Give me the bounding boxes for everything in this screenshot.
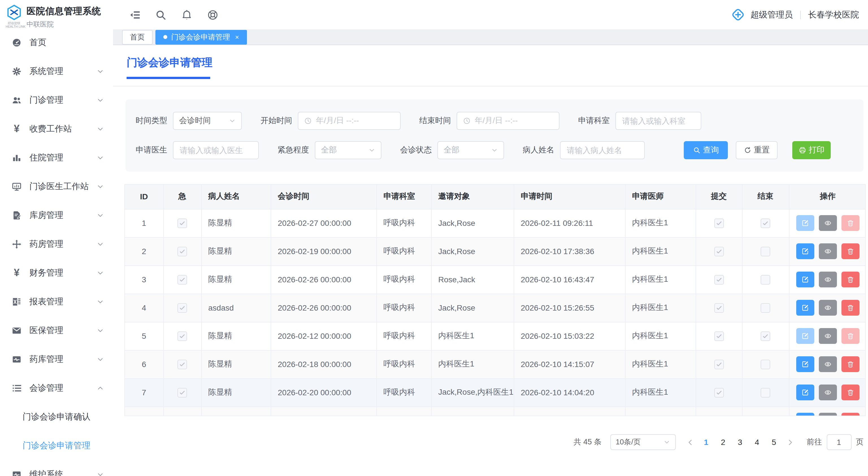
- sidebar-item-consult-confirm[interactable]: 门诊会诊申请确认: [0, 403, 113, 431]
- delete-button[interactable]: [841, 272, 860, 287]
- print-button[interactable]: 打印: [792, 141, 831, 159]
- edit-button[interactable]: [796, 300, 814, 316]
- urgent-checkbox[interactable]: [178, 388, 187, 398]
- next-page-button[interactable]: [786, 438, 794, 446]
- urgent-checkbox[interactable]: [178, 247, 187, 257]
- delete-button[interactable]: [841, 215, 860, 231]
- tab-home[interactable]: 首页: [122, 30, 153, 44]
- finished-checkbox[interactable]: [761, 247, 770, 257]
- cell-submitted: [695, 350, 742, 378]
- sidebar-item-home[interactable]: 首页: [0, 28, 113, 57]
- sidebar-item-consultation[interactable]: 会诊管理: [0, 374, 113, 403]
- finished-checkbox[interactable]: [761, 388, 770, 398]
- view-button[interactable]: [819, 243, 837, 259]
- cell-finished: [742, 265, 789, 294]
- delete-button[interactable]: [841, 356, 860, 372]
- sidebar-item-outpatient-doctor-station[interactable]: 门诊医生工作站: [0, 172, 113, 201]
- search-button-label: 查询: [703, 145, 719, 155]
- submitted-checkbox[interactable]: [714, 388, 724, 398]
- edit-button[interactable]: [796, 384, 814, 400]
- sidebar-item-finance[interactable]: ¥财务管理: [0, 259, 113, 287]
- submitted-checkbox[interactable]: [714, 247, 724, 257]
- end-time-date-input[interactable]: 年/月/日 --:--: [457, 112, 559, 130]
- submitted-checkbox[interactable]: [714, 360, 724, 369]
- sidebar-item-storeroom[interactable]: 库房管理: [0, 201, 113, 230]
- page-number-1[interactable]: 1: [698, 438, 715, 447]
- view-button[interactable]: [819, 384, 837, 400]
- page-number-4[interactable]: 4: [748, 438, 766, 447]
- chevron-down-icon: [97, 154, 104, 162]
- urgency-select[interactable]: 全部: [315, 141, 381, 159]
- delete-button[interactable]: [841, 413, 860, 416]
- tab-close-icon[interactable]: ×: [235, 33, 239, 41]
- edit-button[interactable]: [796, 328, 814, 344]
- edit-button[interactable]: [796, 356, 814, 372]
- finished-checkbox[interactable]: [761, 360, 770, 369]
- finished-checkbox[interactable]: [761, 275, 770, 284]
- apply-doctor-input[interactable]: [173, 141, 259, 159]
- edit-button[interactable]: [796, 272, 814, 287]
- edit-button[interactable]: [796, 215, 814, 231]
- delete-button[interactable]: [841, 243, 860, 259]
- cell-consult_time: [271, 407, 376, 416]
- sidebar-item-reports[interactable]: 报表管理: [0, 287, 113, 316]
- sidebar-item-inpatient[interactable]: 住院管理: [0, 143, 113, 172]
- delete-button[interactable]: [841, 328, 860, 344]
- urgent-checkbox[interactable]: [178, 218, 187, 228]
- delete-button[interactable]: [841, 300, 860, 316]
- view-button[interactable]: [819, 413, 837, 416]
- view-button[interactable]: [819, 272, 837, 287]
- cell-submitted: [695, 378, 742, 407]
- page-number-2[interactable]: 2: [715, 438, 732, 447]
- consult-status-select[interactable]: 全部: [437, 141, 504, 159]
- select-value: 会诊时间: [179, 116, 211, 126]
- reset-button[interactable]: 重置: [736, 141, 778, 159]
- cell-consult_time: 2026-02-26 00:00:00: [271, 294, 376, 322]
- edit-button[interactable]: [796, 243, 814, 259]
- patient-name-input[interactable]: [560, 141, 645, 159]
- goto-page-input[interactable]: [827, 434, 851, 450]
- submitted-checkbox[interactable]: [714, 332, 724, 341]
- page-number-5[interactable]: 5: [766, 438, 782, 447]
- reset-button-label: 重置: [754, 145, 770, 155]
- page-size-select[interactable]: 10条/页: [610, 434, 676, 450]
- submitted-checkbox[interactable]: [714, 218, 724, 228]
- finished-checkbox[interactable]: [761, 332, 770, 341]
- sidebar-item-drug-storage[interactable]: 药库管理: [0, 345, 113, 374]
- urgent-checkbox[interactable]: [178, 332, 187, 341]
- urgent-checkbox[interactable]: [178, 303, 187, 313]
- edit-button[interactable]: [796, 413, 814, 416]
- sidebar-item-pharmacy[interactable]: 药房管理: [0, 230, 113, 259]
- finished-checkbox[interactable]: [761, 303, 770, 313]
- view-button[interactable]: [819, 328, 837, 344]
- submitted-checkbox[interactable]: [714, 303, 724, 313]
- page-number-3[interactable]: 3: [732, 438, 748, 447]
- sidebar-item-consult-manage[interactable]: 门诊会诊申请管理: [0, 431, 113, 460]
- apply-dept-input[interactable]: [615, 112, 701, 130]
- sidebar-item-maintenance[interactable]: 维护系统: [0, 460, 113, 476]
- bell-icon[interactable]: [181, 9, 193, 21]
- submitted-checkbox[interactable]: [714, 275, 724, 284]
- help-ring-icon[interactable]: [207, 9, 219, 21]
- time-type-select[interactable]: 会诊时间: [173, 112, 242, 130]
- cell-consult_time: 2026-02-27 00:00:00: [271, 209, 376, 237]
- delete-button[interactable]: [841, 384, 860, 400]
- view-button[interactable]: [819, 356, 837, 372]
- sidebar-item-system[interactable]: 系统管理: [0, 57, 113, 86]
- view-button[interactable]: [819, 215, 837, 231]
- tab-consult-manage[interactable]: 门诊会诊申请管理×: [155, 30, 247, 44]
- urgent-checkbox[interactable]: [178, 360, 187, 369]
- column-header-patient: 病人姓名: [201, 184, 271, 209]
- sidebar-item-medical-insurance[interactable]: 医保管理: [0, 316, 113, 345]
- urgent-checkbox[interactable]: [178, 275, 187, 284]
- collapse-sidebar-icon[interactable]: [129, 9, 141, 21]
- prev-page-button[interactable]: [686, 438, 694, 446]
- finished-checkbox[interactable]: [761, 218, 770, 228]
- cell-urgent: [163, 265, 201, 294]
- sidebar-item-charging-station[interactable]: ¥收费工作站: [0, 115, 113, 143]
- search-button[interactable]: 查询: [684, 141, 728, 159]
- sidebar-item-outpatient[interactable]: 门诊管理: [0, 86, 113, 115]
- view-button[interactable]: [819, 300, 837, 316]
- search-icon[interactable]: [155, 9, 167, 21]
- start-time-date-input[interactable]: 年/月/日 --:--: [298, 112, 401, 130]
